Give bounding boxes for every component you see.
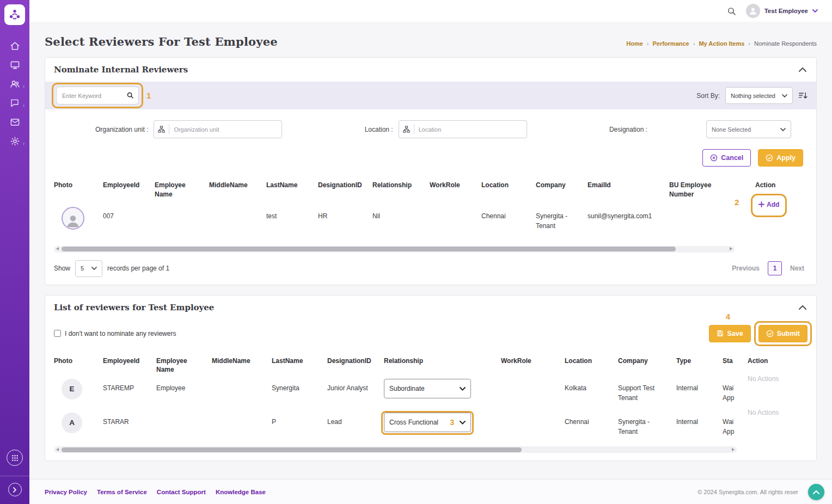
cell-work-role	[501, 378, 565, 383]
nominate-table: Photo EmployeeId Employee Name MiddleNam…	[45, 173, 816, 253]
org-unit-filter[interactable]	[154, 120, 282, 138]
cell-employee-id: STAREMP	[103, 378, 156, 393]
column-header: EmployeeId	[103, 181, 155, 199]
search-icon[interactable]	[727, 7, 736, 16]
pagination-row: Show 5 records per page of 1 Previous 1 …	[45, 253, 816, 285]
previous-page-button[interactable]: Previous	[729, 262, 763, 274]
scroll-right-arrow[interactable]	[730, 247, 732, 250]
add-reviewer-button[interactable]: Add	[758, 201, 779, 208]
save-floppy-icon	[717, 330, 724, 337]
breadcrumb-separator	[748, 40, 750, 47]
designation-value: None Selected	[712, 126, 751, 133]
scroll-to-top-button[interactable]	[808, 484, 824, 500]
scrollbar-thumb[interactable]	[62, 447, 522, 452]
footer-link-terms[interactable]: Terms of Service	[97, 489, 147, 495]
cell-location: Kolkata	[565, 378, 618, 393]
page-number-1[interactable]: 1	[768, 261, 782, 275]
org-unit-input[interactable]	[169, 126, 282, 133]
sidebar-item-settings[interactable]	[9, 136, 21, 146]
breadcrumb-my-action-items[interactable]: My Action Items	[699, 40, 744, 47]
column-header: EmployeeId	[103, 357, 156, 375]
scroll-left-arrow[interactable]	[56, 247, 59, 250]
table-row: A STARAR P Lead Cross Functional 3	[54, 411, 737, 445]
breadcrumb-performance[interactable]: Performance	[652, 40, 689, 47]
keyword-search-icon[interactable]	[126, 91, 134, 99]
sidebar-item-apps[interactable]	[7, 450, 23, 466]
app-logo[interactable]	[4, 4, 25, 25]
sort-by-select[interactable]: Nothing selected	[725, 87, 793, 104]
scroll-left-arrow[interactable]	[56, 448, 59, 451]
sidebar-item-expand[interactable]	[8, 483, 22, 496]
home-icon	[10, 41, 20, 51]
designation-select[interactable]: None Selected	[706, 120, 791, 138]
records-per-page-select[interactable]: 5	[75, 260, 102, 277]
org-hierarchy-icon	[154, 124, 169, 134]
column-header: Type	[676, 357, 723, 375]
location-input[interactable]	[414, 126, 527, 133]
sidebar-item-people[interactable]	[9, 78, 21, 89]
cancel-label: Cancel	[721, 154, 743, 162]
scroll-right-arrow[interactable]	[732, 448, 735, 451]
footer-link-knowledge[interactable]: Knowledge Base	[216, 489, 266, 495]
cell-employee-id: STARAR	[103, 411, 156, 427]
no-reviewers-checkbox[interactable]	[54, 330, 61, 337]
chevron-right-icon	[13, 487, 17, 493]
sidebar-item-feedback[interactable]	[9, 97, 21, 108]
cell-last-name: test	[266, 207, 318, 221]
column-header: Location	[565, 357, 618, 375]
cell-bu-employee-number	[669, 207, 735, 211]
cell-status-clipped: Wai App	[723, 411, 737, 437]
next-page-button[interactable]: Next	[787, 262, 807, 274]
column-header: MiddleName	[212, 357, 272, 375]
column-header-action: Action	[748, 349, 807, 369]
check-circle-icon	[766, 154, 773, 162]
sort-by-label: Sort By:	[696, 92, 720, 100]
employee-avatar: A	[62, 413, 82, 433]
collapse-up-icon[interactable]	[798, 66, 807, 73]
filters-row: Organization unit : Location :	[45, 109, 816, 139]
sidebar-item-home[interactable]	[9, 40, 21, 51]
sort-order-icon[interactable]	[798, 91, 807, 100]
sidebar-item-messages[interactable]	[9, 116, 21, 127]
cell-designation-id: Junior Analyst	[327, 378, 384, 393]
chevron-down-icon	[460, 387, 466, 391]
user-menu[interactable]: Test Employee	[746, 4, 818, 18]
chevron-down-icon	[812, 9, 818, 13]
cancel-button[interactable]: Cancel	[702, 149, 751, 167]
synergita-logo-icon	[8, 8, 21, 21]
cell-status-clipped: Wai App	[723, 378, 737, 403]
cell-middle-name	[209, 207, 266, 211]
footer-link-contact[interactable]: Contact Support	[157, 489, 206, 495]
apply-button[interactable]: Apply	[758, 149, 803, 167]
chevron-up-icon	[813, 490, 819, 494]
records-label: records per page of 1	[107, 265, 169, 272]
apps-grid-icon	[11, 454, 19, 462]
card-title-nominate: Nominate Internal Reviewers	[54, 65, 188, 75]
gear-icon	[10, 136, 20, 146]
scrollbar-thumb[interactable]	[62, 247, 676, 251]
relationship-select[interactable]: Cross Functional 3	[384, 413, 471, 432]
horizontal-scrollbar[interactable]	[54, 246, 735, 253]
relationship-select[interactable]: Subordinate	[384, 379, 471, 398]
apply-label: Apply	[776, 154, 796, 162]
mail-icon	[10, 117, 20, 127]
collapse-up-icon[interactable]	[798, 304, 807, 311]
submit-button[interactable]: Submit	[758, 325, 807, 342]
horizontal-scrollbar[interactable]	[54, 446, 737, 453]
chevron-down-icon	[460, 421, 466, 425]
breadcrumb-home[interactable]: Home	[626, 40, 643, 47]
column-header-status-clipped: Sta	[723, 357, 737, 375]
column-header: Company	[536, 181, 588, 199]
location-filter[interactable]	[399, 120, 527, 138]
table-row: 007 test HR Nil Chennai Synergita - Tena…	[54, 202, 735, 245]
save-button[interactable]: Save	[709, 325, 750, 342]
user-avatar	[746, 4, 760, 18]
breadcrumb: Home Performance My Action Items Nominat…	[626, 40, 817, 47]
column-header: LastName	[272, 357, 327, 375]
org-hierarchy-icon	[399, 124, 414, 134]
footer: Privacy Policy Terms of Service Contact …	[29, 479, 832, 504]
cell-middle-name	[212, 411, 272, 417]
sidebar-item-dashboard[interactable]	[9, 59, 21, 70]
employee-avatar	[62, 207, 84, 230]
footer-link-privacy[interactable]: Privacy Policy	[45, 489, 87, 495]
